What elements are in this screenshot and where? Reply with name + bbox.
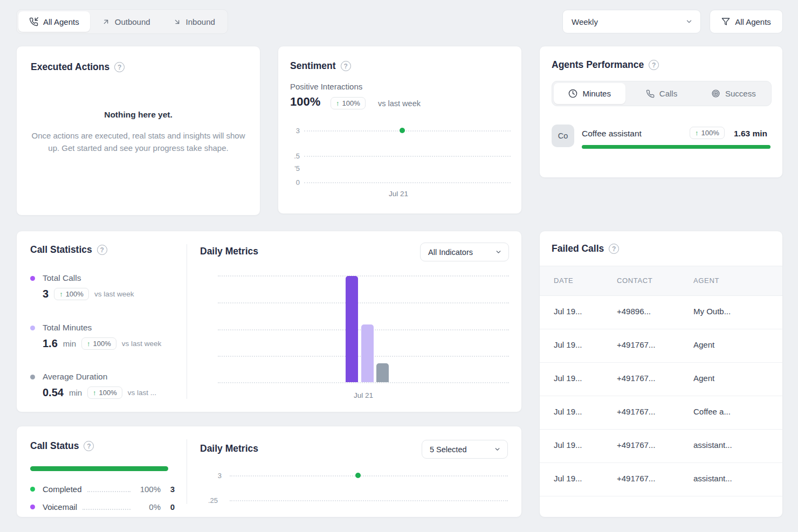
cell-agent: assistant... — [693, 474, 732, 483]
tab-all-agents[interactable]: All Agents — [18, 11, 90, 32]
stat-value: 1.6 — [43, 337, 58, 350]
y-tick: .5 — [284, 152, 300, 160]
y-tick: 3 — [284, 127, 300, 135]
filter-icon — [721, 17, 730, 26]
stat-trend-value: 100% — [66, 290, 84, 298]
help-icon[interactable]: ? — [649, 60, 659, 70]
agents-filter-button[interactable]: All Agents — [710, 10, 783, 33]
performance-metric-tabs: MinutesCallsSuccess — [552, 81, 772, 106]
phone-icon — [646, 89, 655, 98]
sentiment-metric-label: Positive Interactions — [290, 82, 362, 91]
agent-trend-badge: ↑ 100% — [690, 127, 725, 139]
sentiment-data-point[interactable] — [400, 128, 405, 133]
table-row[interactable]: Jul 19...+491767...assistant... — [540, 430, 782, 463]
dotted-leader — [82, 509, 130, 510]
tab-outbound[interactable]: Outbound — [91, 11, 161, 32]
arrow-down-right-icon — [173, 18, 181, 26]
executed-actions-title-text: Executed Actions — [31, 61, 109, 73]
perf-tab-label: Minutes — [582, 89, 611, 98]
stat-trend-badge: ↑100% — [54, 288, 89, 300]
cell-agent: My Outb... — [693, 307, 731, 316]
arrow-up-icon: ↑ — [93, 389, 97, 397]
help-icon[interactable]: ? — [84, 441, 94, 451]
y-tick: '5 — [284, 164, 300, 172]
cell-contact: +491767... — [617, 474, 655, 483]
stat-value: 0.54 — [43, 386, 64, 399]
call-status-title-text: Call Status — [30, 440, 79, 452]
table-row[interactable]: Jul 19...+49896...My Outb... — [540, 296, 782, 329]
pane-divider — [187, 439, 187, 504]
table-row[interactable]: Jul 19...+491767...Agent — [540, 363, 782, 396]
stat-item: Total Minutes1.6min↑100%vs last week — [30, 323, 181, 350]
help-icon[interactable]: ? — [97, 245, 107, 255]
cell-agent: assistant... — [693, 440, 732, 450]
bar-average-duration[interactable] — [376, 363, 389, 382]
bar-total-minutes[interactable] — [361, 324, 374, 382]
chevron-down-icon — [494, 446, 501, 453]
arrow-up-icon: ↑ — [336, 99, 340, 107]
stat-dot — [30, 276, 35, 281]
stat-compare: vs last ... — [128, 389, 156, 397]
agent-name: Coffee assistant — [582, 129, 642, 139]
perf-tab-label: Success — [725, 89, 756, 98]
gridline — [218, 302, 509, 303]
gridline — [218, 275, 509, 277]
daily-metrics-title: Daily Metrics — [200, 246, 258, 257]
line-data-point[interactable] — [355, 473, 361, 478]
help-icon[interactable]: ? — [114, 62, 125, 72]
agent-metric-value: 1.63 min — [734, 129, 767, 139]
table-row[interactable]: Jul 19...+491767...assistant... — [540, 463, 782, 496]
agent-avatar: Co — [552, 125, 574, 147]
status-percent: 100% — [136, 485, 161, 494]
status-item: Completed100%3 — [30, 480, 175, 498]
daily-metrics-title-text: Daily Metrics — [200, 246, 258, 257]
stat-trend-badge: ↑100% — [81, 337, 116, 350]
stat-unit: min — [63, 339, 76, 348]
table-body: Jul 19...+49896...My Outb...Jul 19...+49… — [540, 296, 782, 496]
stat-dot — [30, 326, 35, 330]
stat-value: 3 — [43, 288, 49, 300]
gridline — [304, 156, 511, 157]
agent-type-tabs: All AgentsOutboundInbound — [16, 9, 228, 34]
sentiment-card: Sentiment ? Positive Interactions 100% ↑… — [278, 46, 522, 214]
status-dot — [30, 505, 35, 509]
perf-tab-success[interactable]: Success — [698, 83, 769, 104]
target-icon — [711, 89, 720, 98]
help-icon[interactable]: ? — [341, 61, 351, 71]
perf-tab-minutes[interactable]: Minutes — [554, 83, 625, 104]
cell-date: Jul 19... — [554, 374, 582, 383]
x-tick: Jul 21 — [354, 391, 373, 399]
metrics-selected-value: 5 Selected — [430, 445, 467, 454]
executed-actions-card: Executed Actions ? Nothing here yet. Onc… — [16, 46, 260, 216]
chevron-down-icon — [495, 248, 502, 255]
stat-dot — [30, 375, 35, 379]
status-label: Voicemail — [43, 502, 77, 512]
status-count: 0 — [161, 502, 175, 512]
cell-date: Jul 19... — [554, 440, 582, 450]
cell-agent: Agent — [693, 374, 714, 383]
indicators-select[interactable]: All Indicators — [420, 243, 509, 261]
bar-total-calls[interactable] — [346, 276, 358, 382]
sentiment-compare-text: vs last week — [378, 99, 421, 108]
perf-tab-calls[interactable]: Calls — [625, 83, 697, 104]
stat-compare: vs last week — [122, 340, 162, 348]
indicators-select-value: All Indicators — [428, 248, 473, 257]
y-tick: 3 — [205, 472, 222, 480]
stat-label: Average Duration — [43, 372, 107, 382]
cell-date: Jul 19... — [554, 340, 582, 349]
tab-inbound[interactable]: Inbound — [162, 11, 226, 32]
phone-incoming-icon — [29, 17, 38, 26]
metrics-selected-select[interactable]: 5 Selected — [422, 440, 508, 459]
call-statistics-card: Call Statistics ? Total Calls3↑100%vs la… — [16, 231, 522, 412]
table-row[interactable]: Jul 19...+491767...Coffee a... — [540, 396, 782, 430]
gridline — [304, 130, 511, 132]
status-percent: 0% — [136, 502, 161, 512]
table-row[interactable]: Jul 19...+491767...Agent — [540, 329, 782, 363]
period-select-value: Weekly — [572, 17, 598, 26]
stat-item: Total Calls3↑100%vs last week — [30, 273, 181, 300]
help-icon[interactable]: ? — [609, 244, 619, 254]
tab-label: All Agents — [43, 17, 79, 26]
period-select[interactable]: Weekly — [562, 10, 701, 33]
daily-metrics-line-title: Daily Metrics — [200, 443, 258, 454]
cell-date: Jul 19... — [554, 474, 582, 483]
